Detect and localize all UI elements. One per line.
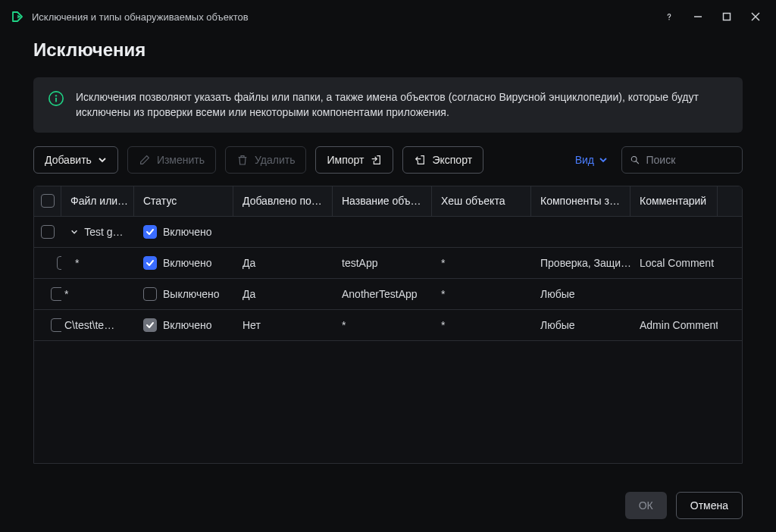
row-checkbox-cell[interactable]: [34, 310, 61, 340]
hash-cell: *: [432, 279, 531, 309]
file-cell: *: [61, 279, 134, 309]
exclusions-table: Файл или… Статус Добавлено по… Название …: [33, 186, 743, 464]
column-components[interactable]: Компоненты з…: [531, 186, 630, 216]
row-checkbox-cell[interactable]: [34, 279, 61, 309]
add-button-label: Добавить: [45, 154, 92, 166]
window: Исключения и типы обнаруживаемых объекто…: [0, 0, 776, 532]
comment-cell: [630, 279, 718, 309]
info-icon: [47, 89, 65, 108]
delete-button: Удалить: [225, 146, 306, 174]
checkbox[interactable]: [143, 225, 157, 239]
status-cell[interactable]: Включено: [134, 217, 233, 247]
components-cell: Любые: [531, 310, 630, 340]
table-row[interactable]: * Включено Да testApp * Проверка, Защи… …: [34, 248, 742, 279]
checkbox[interactable]: [143, 287, 157, 301]
status-cell[interactable]: Включено: [134, 310, 233, 340]
table-body: Test gro… Включено * Включено Да testApp…: [34, 217, 742, 463]
chevron-down-icon: [599, 155, 608, 164]
help-button[interactable]: [655, 5, 684, 29]
status-text: Выключено: [163, 288, 220, 300]
maximize-button[interactable]: [712, 5, 741, 29]
objname-cell: *: [333, 310, 432, 340]
add-button[interactable]: Добавить: [33, 146, 118, 174]
export-button-label: Экспорт: [432, 154, 472, 166]
ok-button[interactable]: ОК: [625, 492, 667, 519]
comment-cell: Admin Comment: [630, 310, 718, 340]
added-cell: Да: [233, 279, 333, 309]
group-cell[interactable]: Test gro…: [61, 217, 134, 247]
status-cell[interactable]: Включено: [134, 248, 233, 278]
edit-button: Изменить: [127, 146, 216, 174]
delete-button-label: Удалить: [255, 154, 295, 166]
svg-rect-2: [724, 14, 731, 20]
components-cell: Проверка, Защи…: [531, 248, 630, 278]
hash-cell: *: [432, 248, 531, 278]
column-hash[interactable]: Хеш объекта: [432, 186, 531, 216]
content: Исключения Исключения позволяют указать …: [0, 33, 776, 479]
file-cell: *: [61, 248, 134, 278]
view-dropdown[interactable]: Вид: [571, 154, 612, 166]
view-label: Вид: [575, 154, 594, 166]
cancel-button[interactable]: Отмена: [676, 492, 743, 519]
components-cell: Любые: [531, 279, 630, 309]
checkbox[interactable]: [143, 256, 157, 270]
page-title: Исключения: [33, 39, 743, 61]
chevron-down-icon[interactable]: [70, 228, 79, 236]
export-icon: [414, 154, 426, 166]
added-cell: Нет: [233, 310, 333, 340]
column-file[interactable]: Файл или…: [61, 186, 134, 216]
group-label: Test gro…: [84, 226, 125, 238]
column-status[interactable]: Статус: [134, 186, 233, 216]
info-text: Исключения позволяют указать файлы или п…: [76, 89, 729, 120]
svg-point-0: [668, 19, 669, 20]
table-group-row[interactable]: Test gro… Включено: [34, 217, 742, 248]
close-button[interactable]: [741, 5, 770, 29]
hash-cell: *: [432, 310, 531, 340]
table-row[interactable]: * Выключено Да AnotherTestApp * Любые: [34, 279, 742, 310]
table-row[interactable]: C\test\te… Включено Нет * * Любые Admin …: [34, 310, 742, 341]
status-text: Включено: [163, 257, 212, 269]
objname-cell: AnotherTestApp: [333, 279, 432, 309]
objname-cell: testApp: [333, 248, 432, 278]
export-button[interactable]: Экспорт: [402, 146, 483, 174]
checkbox[interactable]: [51, 318, 61, 332]
app-logo: [9, 8, 26, 25]
pencil-icon: [139, 154, 151, 166]
chevron-down-icon: [98, 155, 107, 164]
checkbox[interactable]: [143, 318, 157, 332]
info-banner: Исключения позволяют указать файлы или п…: [33, 77, 743, 133]
comment-cell: Local Comment: [630, 248, 718, 278]
column-comment[interactable]: Комментарий: [630, 186, 718, 216]
import-icon: [370, 154, 382, 166]
import-button-label: Импорт: [327, 154, 364, 166]
file-cell: C\test\te…: [61, 310, 134, 340]
dialog-footer: ОК Отмена: [0, 479, 776, 532]
import-button[interactable]: Импорт: [315, 146, 393, 174]
search-icon: [630, 154, 640, 166]
column-objname[interactable]: Название объ…: [333, 186, 432, 216]
added-cell: Да: [233, 248, 333, 278]
trash-icon: [236, 154, 249, 166]
window-title: Исключения и типы обнаруживаемых объекто…: [32, 11, 655, 23]
svg-line-9: [636, 161, 638, 163]
toolbar: Добавить Изменить Удалить Импорт Экспорт: [33, 146, 743, 174]
status-text: Включено: [163, 319, 212, 331]
table-header: Файл или… Статус Добавлено по… Название …: [34, 186, 742, 217]
edit-button-label: Изменить: [157, 154, 205, 166]
minimize-button[interactable]: [684, 5, 712, 29]
row-checkbox-cell[interactable]: [34, 217, 61, 247]
checkbox[interactable]: [41, 225, 55, 239]
column-added[interactable]: Добавлено по…: [233, 186, 333, 216]
column-checkbox[interactable]: [34, 186, 61, 216]
titlebar: Исключения и типы обнаруживаемых объекто…: [0, 0, 776, 33]
search-box[interactable]: [621, 146, 743, 174]
status-cell[interactable]: Выключено: [134, 279, 233, 309]
row-checkbox-cell[interactable]: [34, 248, 61, 278]
svg-point-8: [631, 156, 637, 161]
status-text: Включено: [163, 226, 212, 238]
header-checkbox[interactable]: [41, 194, 55, 208]
svg-point-6: [55, 95, 57, 96]
checkbox[interactable]: [51, 287, 61, 301]
search-input[interactable]: [646, 154, 735, 166]
